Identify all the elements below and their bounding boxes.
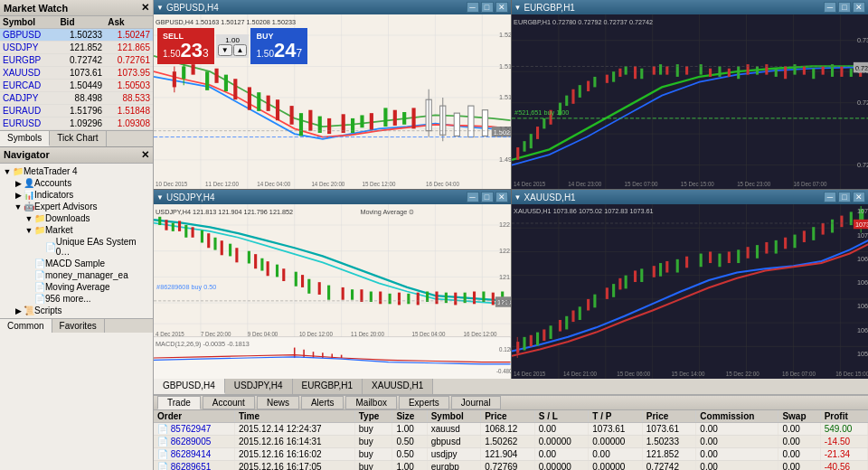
order-row[interactable]: 📄 85762947 2015.12.14 12:24:37 buy 1.00 … <box>154 423 868 436</box>
order-size: 0.50 <box>392 448 427 461</box>
navigator-item[interactable]: ▼📁Market <box>0 224 153 236</box>
chart-xauusd-close[interactable]: ✕ <box>853 192 865 202</box>
nav-tab-favorites[interactable]: Favorites <box>52 319 105 333</box>
terminal-tab-journal[interactable]: Journal <box>451 396 501 409</box>
lot-up[interactable]: ▲ <box>233 44 248 56</box>
chart-gbpusd-close[interactable]: ✕ <box>495 2 508 13</box>
svg-rect-254 <box>755 245 758 258</box>
market-watch-row[interactable]: CADJPY 88.498 88.533 <box>0 92 153 105</box>
col-tp: T / P <box>589 410 643 423</box>
nav-item-icon: 📊 <box>24 190 34 200</box>
chart-usdjpy-close[interactable]: ✕ <box>495 192 508 202</box>
chart-usdjpy-maximize[interactable]: □ <box>481 192 494 202</box>
svg-rect-43 <box>468 106 474 136</box>
navigator-title: Navigator <box>4 149 50 161</box>
navigator-close[interactable]: ✕ <box>141 149 149 161</box>
navigator-item[interactable]: ▶📜Scripts <box>0 305 153 316</box>
navigator-item[interactable]: 📄Moving Average <box>0 281 153 293</box>
sell-sup: 3 <box>203 47 209 60</box>
order-row[interactable]: 📄 86289651 2015.12.16 16:17:05 buy 1.00 … <box>154 461 868 470</box>
chart-gbpusd-arrow: ▼ <box>156 4 164 12</box>
chart-xauusd-minimize[interactable]: ─ <box>824 192 836 202</box>
market-watch-row[interactable]: EURAUD 1.51796 1.51848 <box>0 105 153 118</box>
navigator-item[interactable]: ▼🤖Expert Advisors <box>0 201 153 212</box>
order-sl: 0.00 <box>534 448 589 461</box>
chart-usdjpy-minimize[interactable]: ─ <box>467 192 479 202</box>
svg-text:EURGBP,H1  0.72780 0.72792 0.7: EURGBP,H1 0.72780 0.72792 0.72737 0.7274… <box>514 18 653 26</box>
svg-text:0.72880: 0.72880 <box>857 67 868 75</box>
chart-tab-xauusd[interactable]: XAUUSD,H1 <box>363 379 433 394</box>
svg-text:USDJPY,H4  121.813 121.904 121: USDJPY,H4 121.813 121.904 121.796 121.85… <box>156 208 293 216</box>
svg-text:16 Dec 04:00: 16 Dec 04:00 <box>426 180 459 186</box>
svg-text:0.72185: 0.72185 <box>857 161 868 169</box>
svg-text:122.985: 122.985 <box>499 221 510 229</box>
navigator-item[interactable]: ▶📊Indicators <box>0 189 153 201</box>
svg-text:1072.30: 1072.30 <box>857 231 868 240</box>
mw-tab-symbols[interactable]: Symbols <box>0 131 50 146</box>
svg-rect-20 <box>233 79 237 99</box>
mw-tab-tickchart[interactable]: Tick Chart <box>50 131 106 146</box>
nav-item-icon: 👤 <box>24 178 34 188</box>
svg-rect-165 <box>342 287 344 300</box>
chart-eurgbp-maximize[interactable]: □ <box>838 2 851 13</box>
market-watch-row[interactable]: EURUSD 1.09296 1.09308 <box>0 118 153 130</box>
market-watch-row[interactable]: USDJPY 121.852 121.865 <box>0 42 153 54</box>
col-time: Time <box>234 410 354 423</box>
svg-rect-97 <box>709 69 712 77</box>
terminal-tab-trade[interactable]: Trade <box>157 396 201 409</box>
terminal-tab-alerts[interactable]: Alerts <box>301 396 344 409</box>
chart-gbpusd-minimize[interactable]: ─ <box>467 2 479 13</box>
chart-tab-eurgbp[interactable]: EURGBP,H1 <box>293 379 363 394</box>
order-swap: 0.00 <box>778 436 820 448</box>
navigator-item[interactable]: 📄Unique EAs System 0… <box>0 236 153 258</box>
navigator-item[interactable]: 📄956 more... <box>0 293 153 305</box>
terminal-tab-experts[interactable]: Experts <box>399 396 449 409</box>
terminal-header: Trade Account News Alerts Mailbox Expert… <box>154 396 868 410</box>
market-watch-close[interactable]: ✕ <box>141 2 149 14</box>
order-row[interactable]: 📄 86289005 2015.12.16 16:14:31 buy 0.50 … <box>154 436 868 448</box>
navigator-item[interactable]: 📄money_manager_ea <box>0 269 153 281</box>
terminal-tab-news[interactable]: News <box>257 396 299 409</box>
svg-rect-98 <box>718 66 721 76</box>
terminal-tab-mailbox[interactable]: Mailbox <box>345 396 396 409</box>
mw-ask: 0.72761 <box>105 54 153 67</box>
svg-text:GBPUSD,H4  1.50163 1.50127 1.5: GBPUSD,H4 1.50163 1.50127 1.50208 1.5023… <box>156 18 296 26</box>
chart-gbpusd-maximize[interactable]: □ <box>481 2 494 13</box>
nav-tab-common[interactable]: Common <box>0 319 52 333</box>
navigator-item[interactable]: ▼📁Downloads <box>0 212 153 224</box>
lot-down[interactable]: ▼ <box>218 44 232 56</box>
chart-xauusd-maximize[interactable]: □ <box>838 192 851 202</box>
navigator-item[interactable]: ▼📁MetaTrader 4 <box>0 165 153 177</box>
svg-rect-150 <box>213 238 216 250</box>
navigator-item[interactable]: ▶👤Accounts <box>0 177 153 189</box>
svg-rect-232 <box>565 316 568 330</box>
navigator-item[interactable]: 📄MACD Sample <box>0 258 153 269</box>
market-watch-row[interactable]: EURGBP 0.72742 0.72761 <box>0 54 153 67</box>
chart-gbpusd-title: GBPUSD,H4 <box>166 3 219 13</box>
mw-ask: 1.09308 <box>105 118 153 130</box>
mw-symbol: EURGBP <box>0 54 57 67</box>
market-watch-row[interactable]: XAUUSD 1073.61 1073.95 <box>0 67 153 80</box>
chart-tab-gbpusd[interactable]: GBPUSD,H4 <box>154 379 225 394</box>
market-watch-row[interactable]: GBPUSD 1.50233 1.50247 <box>0 29 153 42</box>
svg-rect-32 <box>360 115 363 127</box>
svg-text:XAUUSD,H1  1073.86 1075.02 107: XAUUSD,H1 1073.86 1075.02 1072.83 1073.6… <box>514 207 654 215</box>
chart-eurgbp-minimize[interactable]: ─ <box>824 2 836 13</box>
svg-rect-152 <box>229 244 231 257</box>
orders-container[interactable]: Order Time Type Size Symbol Price S / L … <box>154 410 868 470</box>
chart-eurgbp-close[interactable]: ✕ <box>853 2 865 13</box>
svg-rect-172 <box>407 294 410 304</box>
chart-usdjpy-content: 121.852 #86289608 buy 0.50 122.985 122.1… <box>154 204 511 379</box>
svg-rect-160 <box>295 272 297 287</box>
order-number: 📄 85762947 <box>154 423 234 436</box>
order-row[interactable]: 📄 86289414 2015.12.16 16:16:02 buy 0.50 … <box>154 448 868 461</box>
nav-expand-icon: ▼ <box>2 167 13 176</box>
terminal-tab-account[interactable]: Account <box>203 396 255 409</box>
chart-tab-usdjpy[interactable]: USDJPY,H4 <box>225 379 293 394</box>
nav-item-icon: 📄 <box>34 270 45 280</box>
nav-item-icon: 📄 <box>45 242 56 252</box>
svg-rect-253 <box>746 247 749 258</box>
market-watch-row[interactable]: EURCAD 1.50449 1.50503 <box>0 80 153 92</box>
svg-text:1.51945: 1.51945 <box>499 61 510 70</box>
svg-text:0.73650: 0.73650 <box>857 36 868 44</box>
